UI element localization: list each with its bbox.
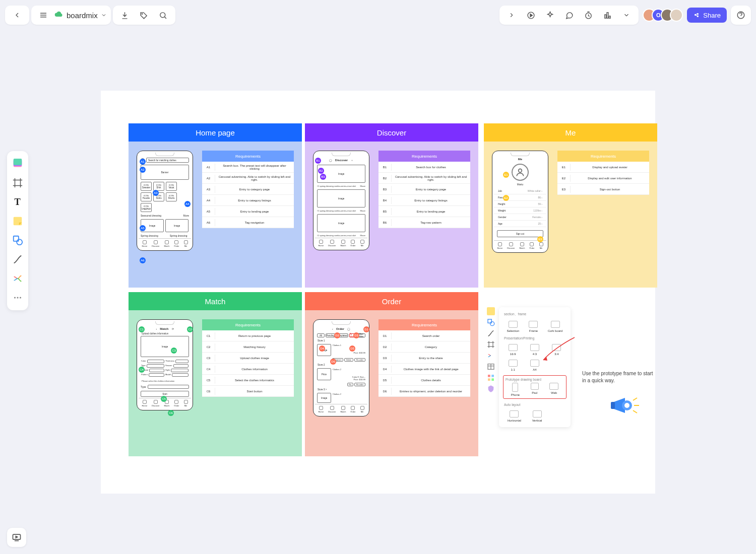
tool-connector[interactable] (9, 251, 26, 268)
svg-line-5 (165, 17, 167, 19)
svg-rect-31 (487, 307, 495, 315)
brand-pill: boardmix (31, 6, 111, 25)
expand-button[interactable] (503, 7, 520, 23)
share-label: Share (703, 12, 721, 19)
svg-rect-41 (488, 375, 490, 377)
megaphone-icon (610, 393, 640, 418)
ai-button[interactable] (542, 7, 558, 23)
svg-line-51 (633, 410, 637, 413)
tool-more[interactable] (9, 289, 26, 306)
search-button[interactable] (155, 7, 171, 23)
svg-point-24 (14, 297, 16, 298)
topbar: boardmix O Share (5, 5, 751, 25)
avatar[interactable] (670, 9, 683, 22)
svg-point-33 (490, 322, 494, 326)
svg-rect-43 (488, 378, 490, 381)
svg-marker-45 (543, 357, 547, 361)
tool-connector-icon (487, 329, 495, 337)
tool-note[interactable] (9, 213, 26, 230)
help-button[interactable] (733, 7, 749, 23)
download-button[interactable] (117, 7, 133, 23)
card-title: Order (305, 292, 478, 310)
avatars[interactable]: O (643, 9, 683, 22)
comment-button[interactable] (561, 7, 577, 23)
svg-rect-42 (491, 375, 494, 377)
req-table-order: Requirements D1Search order D2Category D… (379, 319, 470, 447)
req-table-home: Requirements A1Search box. The preset te… (202, 151, 294, 279)
tool-text[interactable]: T (9, 193, 26, 211)
phone-home: Search for matching clothes Banner ICONS… (137, 151, 193, 251)
prototype-frame-group: Prototype drawing board Phone Pad Web (503, 375, 566, 399)
svg-point-23 (17, 239, 22, 245)
right-tools-pill (499, 6, 639, 25)
phone-discover: ◯Discover＋ Image #1 spring dressing comb… (313, 151, 369, 250)
svg-text:T: T (15, 197, 21, 207)
req-table-match: Requirements C1Return to previous page C… (202, 319, 294, 447)
back-button[interactable] (9, 7, 25, 23)
svg-point-48 (624, 403, 629, 408)
slides-icon (12, 532, 22, 542)
req-table-me: Requirements E1Display and upload avatar… (557, 151, 649, 279)
svg-marker-28 (16, 536, 17, 538)
tool-frame[interactable] (9, 174, 26, 191)
brand[interactable]: boardmix (54, 11, 107, 20)
card-title: Match (129, 292, 302, 310)
canvas[interactable]: Home page Search for matching clothes Ba… (101, 91, 655, 494)
svg-point-25 (17, 297, 18, 298)
tool-shapes[interactable] (9, 232, 26, 249)
annotation-arrow (539, 332, 580, 368)
share-button[interactable]: Share (687, 8, 727, 23)
card-home[interactable]: Home page Search for matching clothes Ba… (129, 123, 302, 288)
tool-frame-icon (487, 340, 495, 349)
play-button[interactable] (523, 7, 539, 23)
phone-order: ‹Order◯ All Pending Completed To share A… (313, 319, 369, 417)
svg-rect-15 (14, 159, 22, 165)
svg-rect-9 (605, 15, 606, 18)
svg-point-26 (20, 297, 21, 298)
tool-mindmap[interactable] (9, 270, 26, 287)
svg-point-30 (519, 169, 522, 172)
hint-text: Use the prototype frame to start in a qu… (582, 370, 658, 384)
tool-grid-icon (487, 374, 495, 382)
tool-note-icon (487, 307, 495, 315)
svg-line-49 (633, 398, 637, 400)
back-pill (5, 6, 29, 25)
stats-button[interactable] (599, 7, 615, 23)
tool-table-icon (487, 363, 495, 371)
tag-button[interactable] (136, 7, 152, 23)
svg-rect-44 (491, 378, 494, 381)
left-toolbar: T (7, 151, 28, 310)
card-title: Home page (129, 123, 302, 142)
card-match[interactable]: Match ‹Match⟳ Upload clothes information… (129, 292, 302, 456)
tool-templates[interactable] (9, 155, 26, 172)
actions-pill (113, 6, 175, 25)
tool-shield-icon (487, 385, 495, 393)
svg-rect-11 (609, 16, 610, 18)
svg-rect-21 (14, 217, 22, 226)
brand-label: boardmix (67, 11, 98, 20)
svg-marker-7 (530, 14, 532, 17)
svg-point-4 (160, 12, 165, 17)
card-me[interactable]: Me Me Mario JobWhite collar › Favorites8… (484, 123, 657, 288)
tool-shapes-icon (487, 318, 495, 326)
share-icon (693, 12, 700, 19)
svg-rect-10 (607, 12, 608, 18)
svg-rect-46 (611, 402, 615, 409)
card-title: Me (484, 123, 657, 142)
tool-mindmap-icon (487, 352, 495, 360)
svg-point-3 (142, 13, 142, 14)
cloud-sync-icon (54, 11, 64, 20)
more-tools-button[interactable] (618, 7, 635, 23)
chevron-down-icon (101, 12, 107, 18)
timer-button[interactable] (580, 7, 596, 23)
card-order[interactable]: Order ‹Order◯ All Pending Completed To s… (305, 292, 478, 456)
card-title: Discover (305, 123, 478, 142)
slides-button[interactable] (7, 528, 26, 547)
help-pill (731, 6, 751, 25)
req-table-discover: Requirements B1Search box for clothes B2… (379, 151, 470, 279)
card-discover[interactable]: Discover ◯Discover＋ Image #1 spring dres… (305, 123, 478, 288)
menu-button[interactable] (35, 7, 51, 23)
